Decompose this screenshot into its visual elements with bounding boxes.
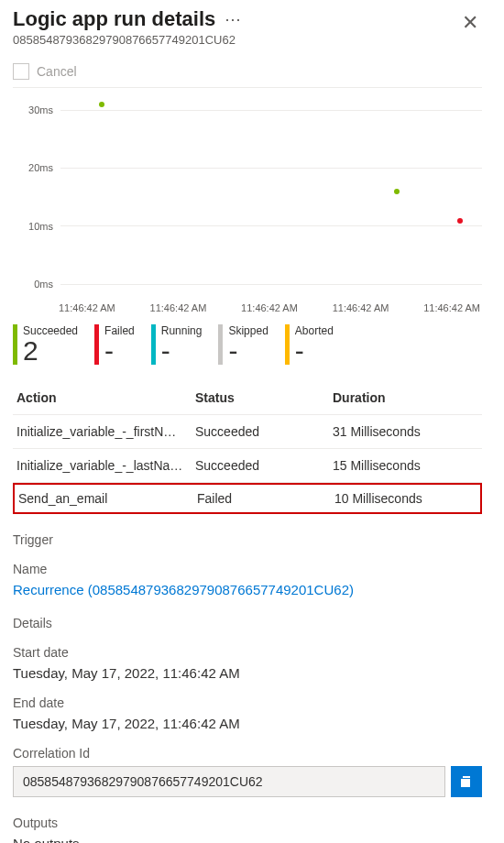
chart-gridline: 0ms: [22, 279, 482, 290]
chart-ytick: 30ms: [22, 104, 60, 115]
cancel-button: Cancel: [13, 63, 482, 80]
chart-xtick: 11:46:42 AM: [423, 302, 480, 313]
chart-xtick: 11:46:42 AM: [150, 302, 207, 313]
panel-scroll[interactable]: Logic app run details ⋯ 0858548793682979…: [0, 0, 495, 843]
end-date-value: Tuesday, May 17, 2022, 11:46:42 AM: [13, 716, 482, 731]
cell-duration: 10 Milliseconds: [334, 491, 477, 506]
cancel-icon: [13, 63, 29, 80]
status-card-bar: [285, 324, 290, 365]
chart-xtick: 11:46:42 AM: [333, 302, 389, 313]
page-title: Logic app run details: [13, 7, 215, 31]
status-card-bar: [13, 324, 17, 365]
chart-ytick: 0ms: [22, 279, 60, 290]
correlation-id-label: Correlation Id: [13, 746, 482, 761]
status-card-value: -: [228, 337, 268, 365]
chart-ytick: 10ms: [22, 221, 60, 232]
cancel-label: Cancel: [37, 64, 77, 79]
copy-button[interactable]: [451, 766, 482, 797]
status-card-bar: [218, 324, 223, 365]
chart-gridline-line: [60, 168, 482, 169]
start-date-value: Tuesday, May 17, 2022, 11:46:42 AM: [13, 665, 482, 681]
table-row[interactable]: Initialize_variable_-_firstN…Succeeded31…: [13, 415, 482, 449]
cell-duration: 15 Milliseconds: [333, 458, 478, 473]
chart-ytick: 20ms: [22, 162, 60, 173]
copy-icon: [459, 774, 474, 789]
details-section: Details: [13, 616, 482, 630]
th-duration: Duration: [333, 390, 478, 405]
status-card-value: -: [161, 337, 203, 365]
status-card-value: -: [104, 337, 135, 365]
status-card[interactable]: Skipped-: [218, 324, 268, 365]
cell-status: Succeeded: [195, 424, 333, 439]
status-card[interactable]: Succeeded2: [13, 324, 78, 365]
table-row[interactable]: Initialize_variable_-_lastNa…Succeeded15…: [13, 449, 482, 483]
chart-gridline-line: [60, 284, 482, 285]
cell-action: Initialize_variable_-_firstN…: [16, 424, 195, 439]
chart-xticks: 11:46:42 AM11:46:42 AM11:46:42 AM11:46:4…: [59, 302, 480, 313]
chart-gridline: 10ms: [22, 221, 482, 232]
status-card[interactable]: Failed-: [94, 324, 135, 365]
chart-xtick: 11:46:42 AM: [241, 302, 298, 313]
table-row[interactable]: Send_an_emailFailed10 Milliseconds: [13, 483, 482, 514]
actions-table-header: Action Status Duration: [13, 381, 482, 415]
cell-action: Send_an_email: [18, 491, 197, 506]
status-card[interactable]: Running-: [151, 324, 203, 365]
status-card[interactable]: Aborted-: [285, 324, 334, 365]
end-date-label: End date: [13, 695, 482, 710]
correlation-id-field[interactable]: 08585487936829790876657749201CU62: [13, 766, 445, 797]
chart-point: [99, 102, 104, 107]
cell-duration: 31 Milliseconds: [333, 424, 478, 439]
th-action: Action: [16, 390, 195, 405]
chart-gridline: 30ms: [22, 104, 482, 115]
trigger-link[interactable]: Recurrence (0858548793682979087665774920…: [13, 582, 482, 597]
chart-gridline-line: [60, 225, 482, 226]
status-summary: Succeeded2Failed-Running-Skipped-Aborted…: [13, 324, 482, 365]
status-card-bar: [151, 324, 156, 365]
status-card-value: -: [295, 337, 334, 365]
chart-xtick: 11:46:42 AM: [59, 302, 115, 313]
run-id: 08585487936829790876657749201CU62: [13, 33, 241, 47]
more-icon[interactable]: ⋯: [225, 9, 241, 29]
chart-gridline-line: [60, 110, 482, 111]
duration-chart: 30ms20ms10ms0ms: [22, 104, 482, 297]
cell-action: Initialize_variable_-_lastNa…: [16, 458, 195, 473]
chart-point: [394, 189, 400, 194]
toolbar: Cancel: [13, 63, 482, 88]
close-icon[interactable]: ✕: [458, 7, 482, 38]
status-card-bar: [94, 324, 99, 365]
status-card-value: 2: [23, 337, 78, 365]
chart-gridline: 20ms: [22, 162, 482, 173]
trigger-section: Trigger: [13, 532, 482, 547]
outputs-section: Outputs: [13, 816, 482, 830]
header: Logic app run details ⋯ 0858548793682979…: [13, 7, 482, 47]
trigger-name-label: Name: [13, 562, 482, 576]
chart-point: [457, 218, 463, 224]
th-status: Status: [195, 390, 333, 405]
outputs-value: No outputs: [13, 836, 482, 843]
cell-status: Failed: [197, 491, 334, 506]
cell-status: Succeeded: [195, 458, 333, 473]
start-date-label: Start date: [13, 645, 482, 660]
